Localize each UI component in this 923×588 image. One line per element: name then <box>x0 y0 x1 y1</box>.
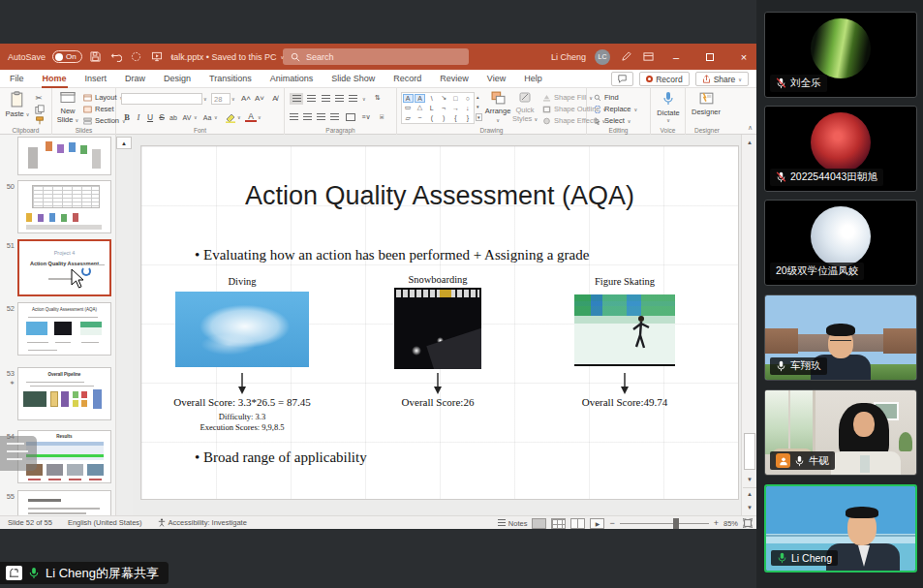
line-spacing-icon[interactable] <box>349 95 357 103</box>
scroll-up-button[interactable]: ▲ <box>743 136 756 148</box>
collapse-ribbon-icon[interactable]: ∧ <box>748 124 753 132</box>
textbox-shape-icon[interactable]: A <box>403 94 414 103</box>
tab-file[interactable]: File <box>9 72 25 85</box>
thumbnail-slide-55-partial[interactable] <box>17 490 111 515</box>
ribbon-display-options-icon[interactable] <box>641 50 655 64</box>
align-right-icon[interactable] <box>317 113 325 121</box>
slide-sorter-view-button[interactable] <box>551 518 566 529</box>
font-size-chevron-icon[interactable]: ∨ <box>231 96 235 102</box>
arc2-shape-icon[interactable]: ) <box>439 113 449 122</box>
save-icon[interactable] <box>89 50 103 64</box>
rounded-rect-shape-icon[interactable]: ▭ <box>403 104 414 112</box>
tab-animations[interactable]: Animations <box>269 72 315 85</box>
elbow-shape-icon[interactable]: L <box>426 104 437 112</box>
rectangle-shape-icon[interactable]: □ <box>450 94 461 103</box>
example-label-figure-skating[interactable]: Figure Skating <box>547 276 702 287</box>
dictate-button[interactable]: Dictate ∨ <box>654 91 683 123</box>
textbox-vertical-shape-icon[interactable]: A <box>415 94 425 103</box>
thumbnail-slide-51-selected[interactable]: Project 4 Action Quality Assessment <box>17 239 111 296</box>
tab-draw[interactable]: Draw <box>124 72 146 85</box>
font-color-chevron-icon[interactable]: ∨ <box>258 114 262 120</box>
tab-design[interactable]: Design <box>163 72 192 85</box>
character-spacing-button[interactable]: AV <box>181 111 193 123</box>
clear-formatting-icon[interactable]: A̸ <box>269 92 281 104</box>
comments-button[interactable] <box>611 72 633 86</box>
example-label-diving[interactable]: Diving <box>175 276 309 287</box>
font-name-box[interactable] <box>121 93 202 105</box>
score-diving[interactable]: Overall Score: 3.3*26.5 = 87.45 <box>145 396 339 408</box>
undo-icon[interactable] <box>109 50 123 64</box>
text-shadow-button[interactable]: ab <box>168 111 179 123</box>
scrollbar-thumb[interactable] <box>744 433 755 470</box>
tab-transitions[interactable]: Transitions <box>208 72 253 85</box>
participant-tile[interactable]: 20级双学位温凤姣 <box>764 200 917 286</box>
thumbnail-slide-53[interactable]: Overall Pipeline <box>17 367 111 420</box>
reset-button[interactable]: Reset <box>83 105 114 113</box>
accessibility-indicator[interactable]: Accessibility: Investigate <box>158 518 247 527</box>
slideshow-from-start-icon[interactable] <box>150 50 164 64</box>
scroll-down-button[interactable]: ▼ <box>743 473 756 485</box>
format-painter-icon[interactable] <box>35 116 45 126</box>
slide-title[interactable]: Action Quality Assessment (AQA) <box>141 181 738 211</box>
participant-tile[interactable]: 2022544043田朝旭 <box>764 106 917 192</box>
find-button[interactable]: Find <box>594 93 619 102</box>
minimize-button[interactable]: – <box>663 44 689 70</box>
new-slide-button[interactable]: New Slide ∨ <box>53 91 82 124</box>
font-color-button[interactable]: A <box>245 111 257 122</box>
participant-tile[interactable]: 刘全乐 <box>764 12 917 98</box>
account-name[interactable]: Li Cheng <box>551 52 586 62</box>
shapes-scroll-up-icon[interactable]: ▴ <box>477 94 479 100</box>
numbering-icon[interactable] <box>307 95 316 103</box>
thumbnails-scroll-up-button[interactable]: ▲ <box>116 137 132 149</box>
slide-indicator[interactable]: Slide 52 of 55 <box>8 518 52 527</box>
zoom-in-button[interactable]: + <box>714 518 719 528</box>
arc-shape-icon[interactable]: ( <box>426 113 437 122</box>
triangle-shape-icon[interactable]: △ <box>415 104 425 112</box>
zoom-slider[interactable] <box>620 523 709 524</box>
change-case-button[interactable]: Aa <box>201 111 213 123</box>
line-spacing-chevron-icon[interactable]: ∨ <box>362 96 366 102</box>
autosave-toggle[interactable]: On <box>52 50 82 63</box>
copy-icon[interactable] <box>35 105 45 114</box>
search-box[interactable] <box>283 48 469 65</box>
justify-icon[interactable] <box>330 113 339 121</box>
record-button[interactable]: Record <box>639 72 689 86</box>
next-slide-button[interactable]: ▼ <box>743 501 756 513</box>
shapes-more-icon[interactable]: ▾ <box>476 113 482 121</box>
zoom-percentage[interactable]: 85% <box>723 519 738 528</box>
tab-slide-show[interactable]: Slide Show <box>330 72 376 85</box>
tab-view[interactable]: View <box>486 72 507 85</box>
search-input[interactable] <box>306 52 451 62</box>
arrange-button[interactable]: Arrange ∨ <box>484 91 511 124</box>
italic-button[interactable]: I <box>133 111 144 123</box>
line-shape-icon[interactable]: \ <box>426 94 437 103</box>
redo-icon[interactable] <box>130 50 143 64</box>
bullets-button[interactable] <box>290 93 303 105</box>
notes-button[interactable]: Notes <box>498 519 528 528</box>
account-avatar[interactable]: LC <box>595 49 610 65</box>
tab-record[interactable]: Record <box>392 72 422 85</box>
oval-shape-icon[interactable]: ○ <box>462 94 473 103</box>
align-left-icon[interactable] <box>290 113 298 121</box>
zoom-slider-thumb[interactable] <box>673 518 679 529</box>
align-center-icon[interactable] <box>303 113 312 121</box>
shape-fill-button[interactable]: Shape Fill∨ <box>542 93 593 102</box>
thumbnail-slide-49-partial[interactable] <box>17 137 111 175</box>
replace-button[interactable]: Replace∨ <box>594 105 637 113</box>
figure-skating-image[interactable] <box>574 294 675 366</box>
normal-view-button[interactable] <box>532 518 546 529</box>
participant-tile[interactable]: 牛砚 <box>764 389 917 476</box>
font-name-chevron-icon[interactable]: ∨ <box>203 96 207 102</box>
decrease-indent-icon[interactable] <box>322 95 330 103</box>
freeform-shape-icon[interactable]: ~ <box>415 113 425 122</box>
score-figure-skating[interactable]: Overall Score:49.74 <box>547 396 702 408</box>
select-button[interactable]: Select∨ <box>594 116 631 125</box>
slideshow-view-button[interactable]: ▶ <box>590 518 604 529</box>
share-button[interactable]: Share∨ <box>695 72 749 86</box>
slide-canvas[interactable]: Action Quality Assessment (AQA) Evaluati… <box>140 145 739 500</box>
parallelogram-shape-icon[interactable]: ▱ <box>403 113 414 122</box>
shapes-gallery[interactable]: A A \ ↘ □ ○ ▭ △ L ¬ → ↓ ▱ ~ ( ) { <box>401 92 475 124</box>
thumbnail-slide-52[interactable]: Action Quality Assessment (AQA) <box>17 302 111 356</box>
example-label-snowboarding[interactable]: Snowboarding <box>360 274 515 285</box>
snowboarding-image[interactable] <box>394 288 481 369</box>
